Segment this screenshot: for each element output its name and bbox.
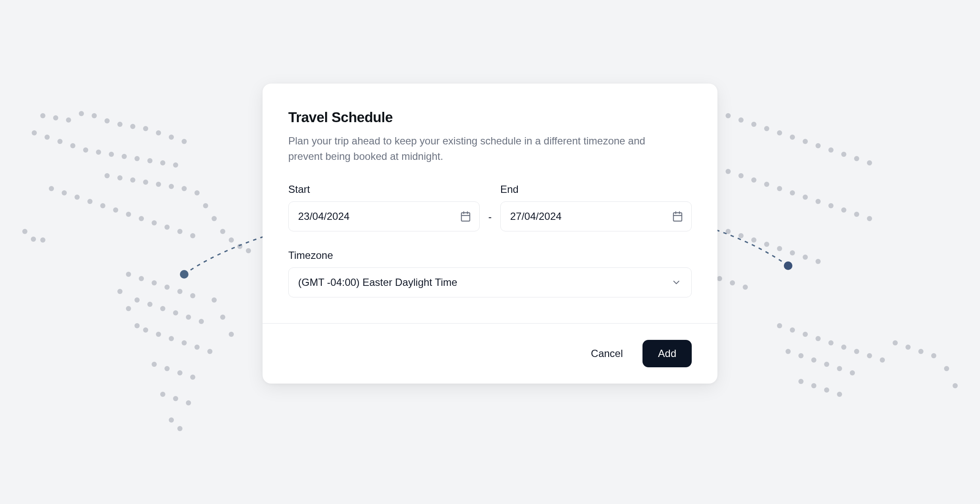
svg-point-98 (726, 169, 731, 174)
svg-point-150 (786, 264, 790, 268)
end-label: End (500, 183, 692, 195)
svg-point-74 (190, 375, 195, 380)
svg-point-70 (207, 349, 212, 354)
svg-point-17 (96, 150, 101, 155)
svg-point-7 (130, 124, 135, 129)
svg-point-125 (816, 336, 821, 341)
start-label: Start (288, 183, 480, 195)
svg-point-71 (152, 362, 157, 367)
svg-point-32 (113, 207, 118, 213)
svg-point-89 (764, 126, 769, 131)
end-group: End (500, 183, 692, 231)
svg-point-65 (143, 327, 148, 333)
start-date-input[interactable] (288, 201, 480, 231)
svg-point-121 (743, 285, 748, 290)
svg-point-103 (790, 190, 795, 195)
cancel-button[interactable]: Cancel (585, 341, 629, 366)
svg-point-59 (134, 297, 140, 303)
svg-point-82 (134, 323, 140, 328)
svg-point-84 (220, 315, 225, 320)
svg-point-62 (173, 310, 178, 315)
svg-point-29 (75, 195, 80, 200)
svg-point-1 (53, 115, 58, 120)
svg-point-130 (880, 357, 885, 363)
svg-point-56 (164, 285, 170, 290)
svg-point-6 (117, 122, 122, 127)
svg-point-140 (837, 392, 842, 397)
timezone-select-wrapper: (GMT -04:00) Easter Daylight Time (288, 267, 692, 297)
svg-point-149 (784, 261, 792, 270)
svg-point-142 (905, 345, 911, 350)
svg-point-34 (139, 216, 144, 221)
svg-point-128 (854, 349, 859, 354)
svg-point-95 (841, 152, 846, 157)
svg-point-58 (190, 293, 195, 298)
svg-point-31 (100, 203, 105, 208)
svg-point-131 (786, 349, 791, 354)
svg-point-43 (156, 182, 161, 187)
svg-point-19 (122, 154, 127, 159)
svg-point-13 (45, 135, 50, 140)
svg-point-55 (152, 280, 157, 285)
add-button[interactable]: Add (642, 340, 692, 367)
svg-point-119 (717, 276, 722, 281)
svg-point-4 (92, 113, 97, 118)
svg-point-22 (160, 160, 165, 165)
svg-point-76 (173, 396, 178, 401)
svg-point-135 (837, 366, 842, 371)
svg-point-44 (169, 184, 174, 189)
svg-point-85 (229, 332, 234, 337)
svg-point-147 (180, 270, 188, 279)
svg-point-24 (22, 229, 27, 234)
svg-point-109 (867, 216, 872, 221)
end-date-input[interactable] (500, 201, 692, 231)
svg-point-53 (126, 272, 131, 277)
svg-point-9 (156, 130, 161, 135)
svg-point-88 (751, 122, 756, 127)
svg-point-14 (57, 139, 63, 144)
svg-point-42 (143, 180, 148, 185)
start-input-wrapper (288, 201, 480, 231)
svg-point-120 (730, 280, 735, 285)
svg-point-50 (229, 237, 234, 243)
svg-point-46 (194, 190, 200, 195)
svg-point-33 (126, 212, 131, 217)
timezone-select[interactable]: (GMT -04:00) Easter Daylight Time (288, 267, 692, 297)
svg-point-112 (751, 237, 756, 243)
svg-point-101 (764, 182, 769, 187)
svg-point-23 (173, 162, 178, 168)
svg-point-114 (777, 246, 782, 251)
modal-body: Travel Schedule Plan your trip ahead to … (263, 84, 717, 323)
svg-point-138 (811, 383, 816, 388)
svg-point-91 (790, 135, 795, 140)
svg-point-148 (182, 272, 186, 276)
svg-point-96 (854, 156, 859, 161)
svg-point-49 (220, 229, 225, 234)
svg-point-52 (246, 248, 251, 253)
svg-point-10 (169, 135, 174, 140)
svg-point-100 (751, 177, 756, 183)
svg-point-20 (134, 156, 140, 161)
svg-point-106 (828, 203, 834, 208)
modal-subtitle: Plan your trip ahead to keep your existi… (288, 133, 665, 164)
svg-point-5 (105, 118, 110, 123)
svg-point-92 (803, 139, 808, 144)
svg-point-141 (893, 340, 898, 345)
svg-point-35 (152, 220, 157, 225)
timezone-label: Timezone (288, 249, 692, 261)
svg-point-116 (803, 255, 808, 260)
svg-point-86 (726, 113, 731, 118)
svg-point-139 (824, 387, 829, 393)
svg-point-137 (798, 379, 804, 384)
svg-point-38 (190, 233, 195, 238)
svg-point-80 (117, 289, 122, 294)
svg-point-77 (186, 400, 191, 405)
svg-point-36 (164, 225, 170, 230)
svg-point-28 (62, 190, 67, 195)
svg-point-99 (738, 173, 744, 178)
svg-point-111 (738, 233, 744, 238)
svg-point-102 (777, 186, 782, 191)
svg-point-2 (66, 117, 71, 123)
svg-point-146 (953, 383, 958, 388)
svg-point-63 (186, 315, 191, 320)
